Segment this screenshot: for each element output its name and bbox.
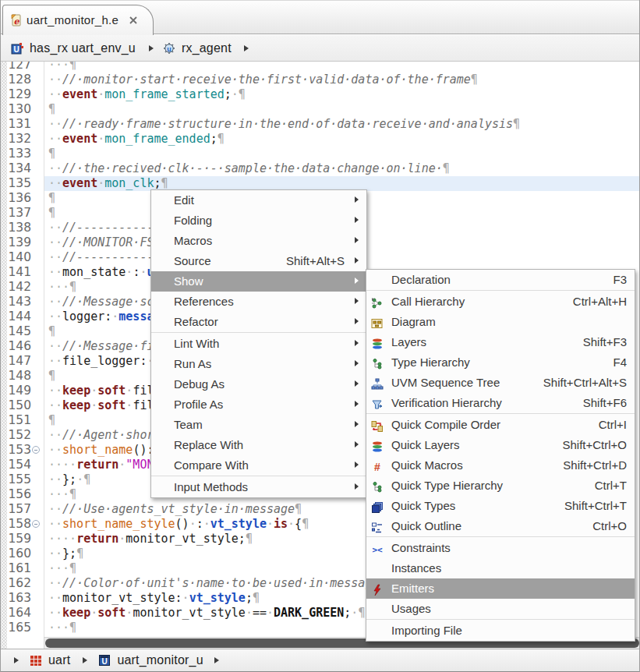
menu-item-replace-with[interactable]: Replace With (151, 435, 366, 455)
menu-item-refactor[interactable]: Refactor (151, 312, 366, 332)
code-line[interactable]: 131··//·ready·frame·structure·in·the·end… (0, 117, 640, 132)
menu-item-label: Replace With (174, 435, 243, 455)
menu-item-edit[interactable]: Edit (151, 190, 366, 210)
menu-item-source[interactable]: SourceShift+Alt+S (151, 251, 366, 271)
menu-item-label: Declaration (391, 270, 451, 290)
line-number: 156 (7, 487, 31, 502)
chevron-right-icon[interactable] (149, 45, 154, 51)
menu-item-label: Refactor (174, 312, 218, 332)
tab-uart-monitor[interactable]: e uart_monitor_h.e (2, 5, 154, 35)
menu-item-folding[interactable]: Folding (151, 210, 366, 231)
svg-text:e: e (14, 16, 20, 27)
line-number: 154 (7, 458, 31, 472)
submenu-arrow-icon (355, 462, 359, 468)
submenu-arrow-icon (355, 441, 359, 447)
code-line[interactable]: 127···¶ (0, 62, 640, 73)
breadcrumb-item[interactable]: has_rx uart_env_u (30, 41, 136, 55)
fold-gutter (31, 502, 44, 517)
chevron-right-icon[interactable] (14, 657, 19, 663)
call-hierarchy-icon (371, 295, 384, 308)
menu-shortcut: F4 (613, 352, 627, 373)
menu-item-label: Debug As (174, 374, 225, 394)
menu-item-layers[interactable]: LayersShift+F3 (366, 332, 635, 352)
menu-item-verification-hierarchy[interactable]: Verification HierarchyShift+F6 (366, 393, 635, 413)
submenu-arrow-icon (355, 360, 359, 366)
line-number: 161 (7, 561, 31, 576)
code-line[interactable]: 134··//·the·recived·clk·-·-·sample·the·d… (0, 161, 640, 176)
menu-item-quick-compile-order[interactable]: Quick Compile OrderCtrl+I (366, 415, 635, 435)
breadcrumb-item[interactable]: uart_monitor_u (117, 653, 203, 667)
fold-gutter (31, 176, 44, 191)
menu-item-label: Quick Layers (391, 435, 460, 455)
breadcrumb-item[interactable]: uart (48, 653, 70, 667)
context-menu: EditFoldingMacrosSourceShift+Alt+SShowRe… (150, 189, 367, 498)
menu-item-declaration[interactable]: DeclarationF3 (366, 270, 635, 290)
chevron-right-icon[interactable] (244, 45, 249, 51)
fold-gutter (31, 606, 44, 621)
menu-item-emitters[interactable]: Emitters (366, 578, 635, 599)
menu-item-debug-as[interactable]: Debug As (151, 374, 366, 394)
line-number: 128 (7, 73, 31, 87)
line-number: 141 (7, 265, 31, 280)
submenu-arrow-icon (355, 401, 359, 407)
diagram-icon (371, 316, 384, 328)
code-line[interactable]: 128··//·monitor·start·receive·the·first·… (0, 73, 640, 87)
menu-item-type-hierarchy[interactable]: Type HierarchyF4 (366, 352, 635, 373)
menu-item-label: Verification Hierarchy (391, 393, 502, 413)
menu-item-quick-outline[interactable]: Quick OutlineCtrl+O (366, 516, 635, 536)
fold-collapse-icon[interactable] (32, 520, 40, 528)
menu-item-constraints[interactable]: ><Constraints (366, 538, 635, 558)
code-line[interactable]: 132··event·mon_frame_ended;¶ (0, 132, 640, 147)
submenu-arrow-icon (355, 196, 359, 203)
chevron-right-icon[interactable] (214, 657, 219, 663)
menu-item-quick-layers[interactable]: Quick LayersShift+Ctrl+O (366, 435, 635, 455)
menu-item-label: Show (174, 271, 203, 292)
menu-item-team[interactable]: Team (151, 415, 366, 435)
macros-icon: # (371, 459, 384, 472)
constraints-icon: >< (371, 542, 384, 554)
menu-item-label: Quick Type Hierarchy (391, 476, 503, 496)
menu-item-profile-as[interactable]: Profile As (151, 394, 366, 415)
code-text: ··//·the·recived·clk·-·-·sample·the·data… (44, 161, 640, 176)
code-text: ··//·monitor·start·receive·the·first·val… (44, 73, 640, 87)
menu-item-quick-type-hierarchy[interactable]: Quick Type HierarchyCtrl+T (366, 476, 635, 496)
close-icon[interactable] (128, 15, 139, 26)
svg-text:U: U (102, 657, 108, 666)
menu-item-macros[interactable]: Macros (151, 231, 366, 251)
menu-item-lint-with[interactable]: Lint With (151, 334, 366, 354)
menu-item-quick-types[interactable]: Quick TypesShift+Ctrl+T (366, 496, 635, 516)
line-number: 158 (7, 517, 31, 532)
fold-gutter (31, 147, 44, 161)
breadcrumb-item[interactable]: rx_agent (182, 41, 232, 55)
type-hierarchy-icon (371, 479, 384, 492)
fold-gutter (31, 354, 44, 369)
fold-gutter (31, 235, 44, 250)
menu-item-importing-file[interactable]: Importing File (366, 621, 635, 641)
line-number: 148 (7, 369, 31, 384)
menu-item-call-hierarchy[interactable]: Call HierarchyCtrl+Alt+H (366, 292, 635, 312)
code-line[interactable]: 129··event·mon_frame_started;·¶ (0, 87, 640, 102)
line-number: 144 (7, 309, 31, 324)
fold-gutter (31, 458, 44, 472)
menu-item-diagram[interactable]: Diagram (366, 312, 635, 332)
menu-item-run-as[interactable]: Run As (151, 354, 366, 374)
code-line[interactable]: 133¶ (0, 147, 640, 161)
menu-item-compare-with[interactable]: Compare With (151, 455, 366, 476)
code-line[interactable]: 130¶ (0, 102, 640, 117)
menu-item-uvm-sequence-tree[interactable]: UVM Sequence TreeShift+Ctrl+Alt+S (366, 373, 635, 393)
show-submenu: DeclarationF3Call HierarchyCtrl+Alt+HDia… (366, 269, 635, 642)
emitters-icon (371, 582, 384, 595)
line-number: 133 (7, 147, 31, 161)
menu-item-quick-macros[interactable]: #Quick MacrosShift+Ctrl+D (366, 455, 635, 476)
menu-item-show[interactable]: Show (151, 271, 366, 292)
code-text: ¶ (44, 102, 640, 117)
menu-item-input-methods[interactable]: Input Methods (151, 477, 366, 497)
chevron-right-icon[interactable] (83, 657, 87, 663)
fold-gutter (31, 428, 44, 443)
menu-item-references[interactable]: References (151, 292, 366, 312)
window-left-edge (0, 0, 1, 672)
menu-item-usages[interactable]: Usages (366, 599, 635, 619)
code-text: ··event·mon_frame_started;·¶ (44, 87, 640, 102)
fold-collapse-icon[interactable] (32, 446, 40, 454)
menu-item-instances[interactable]: Instances (366, 558, 635, 578)
